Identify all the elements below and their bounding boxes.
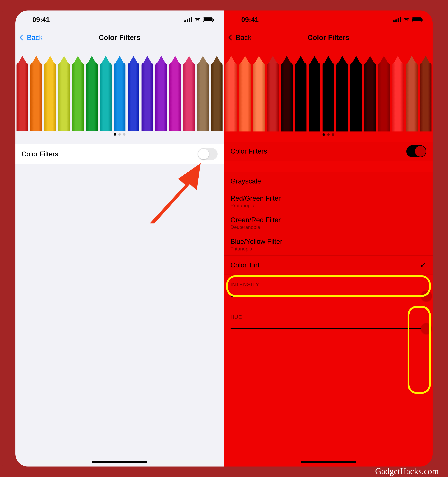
phone-right: 09:41 Back Color Filters — [224, 11, 433, 466]
status-time: 09:41 — [241, 16, 259, 24]
cellular-icon — [393, 17, 401, 22]
option-title: Color Tint — [231, 261, 260, 269]
filter-option-row[interactable]: Blue/Yellow FilterTritanopia — [224, 234, 433, 256]
pencil — [210, 56, 224, 137]
pencil — [126, 56, 140, 137]
pencil — [99, 56, 113, 137]
home-indicator[interactable] — [301, 461, 356, 463]
wifi-icon — [403, 18, 409, 22]
pencil — [238, 56, 252, 137]
toggle-knob — [415, 146, 426, 157]
nav-bar: Back Color Filters — [224, 29, 433, 46]
page-dot — [323, 133, 325, 136]
color-sample-box[interactable] — [15, 46, 224, 137]
cellular-icon — [185, 17, 192, 22]
pencil — [57, 56, 71, 137]
status-time: 09:41 — [32, 16, 50, 24]
option-title: Red/Green Filter — [231, 194, 281, 202]
annotation-arrow-icon — [145, 163, 201, 225]
option-title: Grayscale — [231, 177, 261, 185]
filter-option-row[interactable]: Grayscale — [224, 172, 433, 191]
color-filters-toggle[interactable] — [197, 148, 218, 160]
hue-slider-row — [224, 322, 433, 340]
option-subtitle: Protanopia — [231, 203, 281, 209]
toggle-label: Color Filters — [231, 147, 267, 155]
slider-thumb[interactable] — [421, 291, 432, 301]
status-icons — [393, 17, 422, 22]
intensity-slider[interactable] — [231, 291, 427, 301]
intensity-section: INTENSITY — [224, 275, 433, 307]
pencil — [43, 56, 57, 137]
color-sample-box[interactable] — [224, 46, 433, 137]
pencil — [349, 56, 363, 137]
battery-icon — [412, 18, 422, 22]
pencil — [266, 56, 280, 137]
color-filters-toggle-row[interactable]: Color Filters — [224, 142, 433, 161]
option-subtitle: Tritanopia — [231, 246, 282, 252]
option-title: Blue/Yellow Filter — [231, 238, 282, 245]
pencil-row — [224, 46, 433, 137]
section-label: INTENSITY — [224, 275, 433, 289]
pencil — [85, 56, 99, 137]
option-subtitle: Deuteranopia — [231, 224, 281, 230]
pencil — [363, 56, 377, 137]
settings-group: Color Filters — [224, 142, 433, 161]
page-title: Color Filters — [15, 33, 224, 42]
phones-row: 09:41 Back Color Filters — [15, 11, 433, 466]
hue-slider[interactable] — [231, 323, 427, 334]
nav-bar: Back Color Filters — [15, 29, 224, 46]
watermark: GadgetHacks.com — [375, 466, 439, 476]
pencil — [391, 56, 405, 137]
status-bar: 09:41 — [224, 11, 433, 29]
filter-type-group: GrayscaleRed/Green FilterProtanopiaGreen… — [224, 172, 433, 275]
pencil — [322, 56, 335, 137]
filter-option-row[interactable]: Red/Green FilterProtanopia — [224, 191, 433, 212]
pencil — [113, 56, 126, 137]
pencil — [280, 56, 294, 137]
pencil — [154, 56, 168, 137]
section-label: HUE — [224, 307, 433, 322]
toggle-label: Color Filters — [22, 150, 58, 158]
settings-group: Color Filters — [15, 144, 224, 164]
status-icons — [185, 17, 213, 22]
pencil — [405, 56, 419, 137]
filter-option-row[interactable]: Green/Red FilterDeuteranopia — [224, 212, 433, 234]
pencil — [308, 56, 322, 137]
page-indicator[interactable] — [224, 131, 433, 137]
color-filters-toggle[interactable] — [406, 145, 426, 157]
page-dot — [114, 133, 116, 136]
color-filters-toggle-row[interactable]: Color Filters — [15, 144, 224, 164]
checkmark-icon: ✓ — [420, 261, 426, 270]
pencil — [71, 56, 85, 137]
pencil — [377, 56, 391, 137]
page-indicator[interactable] — [15, 131, 224, 137]
option-title: Green/Red Filter — [231, 216, 281, 224]
phone-left: 09:41 Back Color Filters — [15, 11, 224, 466]
pencil — [335, 56, 349, 137]
pencil — [196, 56, 210, 137]
pencil — [140, 56, 154, 137]
slider-thumb[interactable] — [421, 323, 432, 334]
wifi-icon — [194, 18, 201, 22]
battery-icon — [203, 18, 213, 22]
page-dot — [327, 133, 330, 136]
home-indicator[interactable] — [92, 461, 147, 463]
page-dot — [332, 133, 334, 136]
slider-fill — [231, 328, 427, 329]
pencil — [419, 56, 433, 137]
page-title: Color Filters — [224, 33, 433, 42]
pencil — [168, 56, 182, 137]
pencil — [252, 56, 266, 137]
pencil — [182, 56, 196, 137]
toggle-knob — [198, 149, 209, 159]
filter-option-row[interactable]: Color Tint✓ — [224, 256, 433, 275]
pencil-row — [15, 46, 224, 137]
intensity-slider-row — [224, 289, 433, 307]
pencil — [224, 56, 238, 137]
pencil — [29, 56, 43, 137]
composite-frame: 09:41 Back Color Filters — [0, 0, 448, 477]
pencil — [15, 56, 29, 137]
slider-fill — [231, 295, 427, 297]
page-dot — [118, 133, 121, 136]
status-bar: 09:41 — [15, 11, 224, 29]
